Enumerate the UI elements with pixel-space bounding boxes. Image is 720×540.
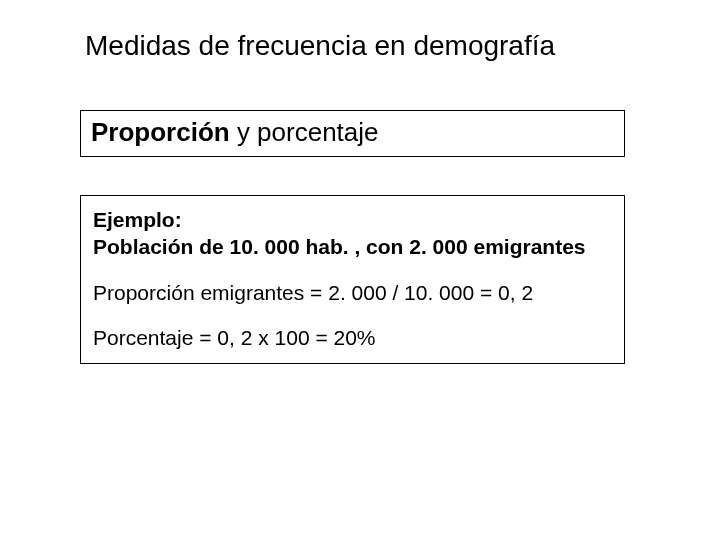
example-population: Población de 10. 000 hab. , con 2. 000 e… [93,233,612,260]
spacer [93,261,612,279]
page-title: Medidas de frecuencia en demografía [85,30,645,62]
example-box: Ejemplo: Población de 10. 000 hab. , con… [80,195,625,364]
subtitle-box: Proporción y porcentaje [80,110,625,157]
example-proportion: Proporción emigrantes = 2. 000 / 10. 000… [93,279,612,306]
subtitle-rest: y porcentaje [230,117,379,147]
subtitle-bold: Proporción [91,117,230,147]
spacer [93,306,612,324]
subtitle-text: Proporción y porcentaje [91,117,379,147]
example-label: Ejemplo: [93,206,612,233]
slide: Medidas de frecuencia en demografía Prop… [0,0,720,540]
example-percentage: Porcentaje = 0, 2 x 100 = 20% [93,324,612,351]
